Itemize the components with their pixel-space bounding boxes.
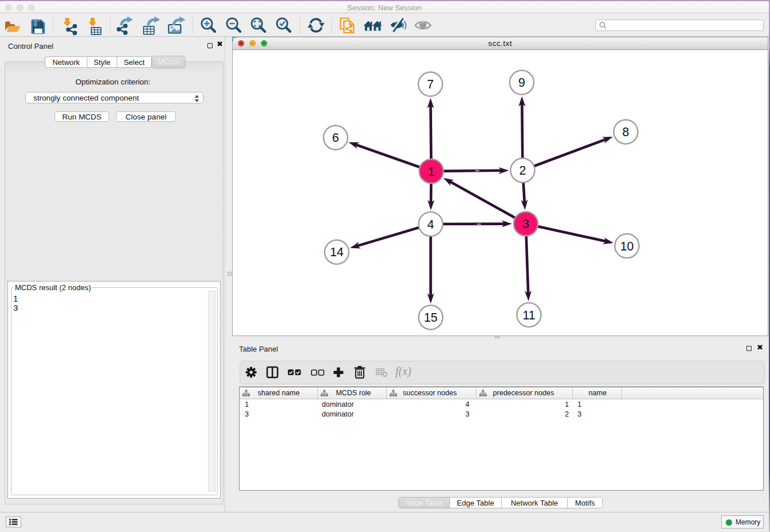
svg-text:9: 9	[518, 76, 525, 90]
svg-text:14: 14	[330, 245, 344, 259]
svg-text:3: 3	[522, 217, 529, 231]
svg-text:4: 4	[428, 218, 434, 232]
svg-text:11: 11	[522, 309, 535, 322]
svg-text:15: 15	[424, 311, 438, 325]
svg-text:8: 8	[622, 125, 629, 139]
svg-text:1: 1	[428, 165, 435, 179]
svg-text:6: 6	[332, 131, 339, 145]
svg-text:2: 2	[519, 164, 526, 178]
svg-text:7: 7	[427, 78, 434, 91]
svg-text:10: 10	[620, 240, 634, 253]
